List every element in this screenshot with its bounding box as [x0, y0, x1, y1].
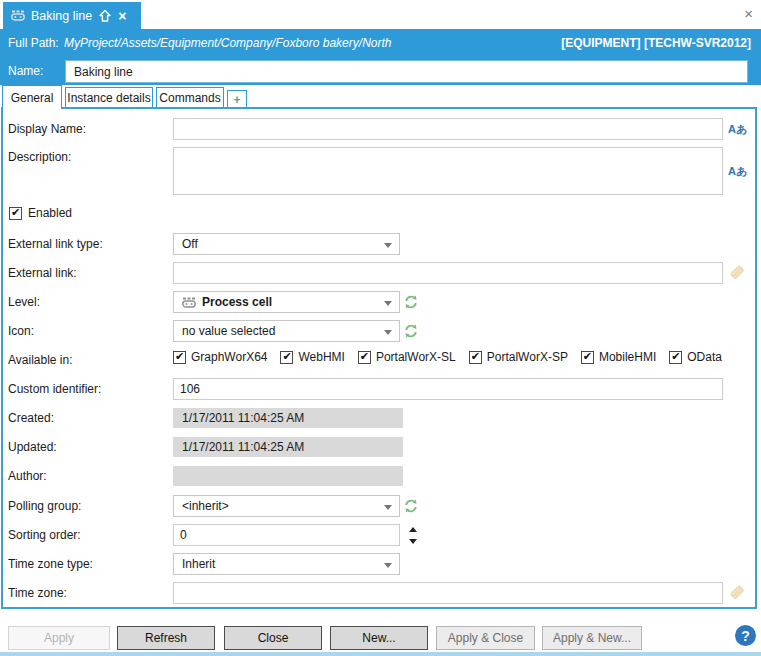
- localize-icon[interactable]: Aあ: [728, 122, 747, 137]
- created-value: 1/17/2011 11:04:25 AM: [173, 408, 403, 428]
- tab-add[interactable]: +: [227, 90, 247, 109]
- level-label: Level:: [8, 295, 40, 309]
- custom-identifier-input[interactable]: [173, 378, 723, 400]
- refresh-icon[interactable]: [403, 498, 419, 514]
- external-link-input[interactable]: [173, 262, 723, 284]
- polling-group-dropdown[interactable]: <inherit>: [173, 495, 400, 517]
- sorting-order-input[interactable]: [173, 524, 400, 546]
- icon-label: Icon:: [8, 324, 34, 338]
- availability-item: ✔ OData: [669, 350, 722, 364]
- tab-instance-details[interactable]: Instance details: [65, 87, 153, 109]
- enabled-label: Enabled: [28, 206, 72, 220]
- equipment-icon: [11, 10, 25, 21]
- dropdown-caret-icon: [384, 243, 392, 248]
- editor-tabstrip: General Instance details Commands +: [0, 85, 761, 109]
- refresh-icon[interactable]: [403, 323, 419, 339]
- polling-group-label: Polling group:: [8, 499, 81, 513]
- availability-item: ✔ PortalWorX-SL: [358, 350, 456, 364]
- document-tab-strip: Baking line × ×: [0, 0, 761, 29]
- created-label: Created:: [8, 411, 54, 425]
- tag-icon[interactable]: [728, 263, 746, 281]
- name-input[interactable]: [65, 60, 748, 83]
- updated-value: 1/17/2011 11:04:25 AM: [173, 437, 403, 457]
- available-in-label: Available in:: [8, 353, 73, 367]
- refresh-button[interactable]: Refresh: [117, 626, 215, 650]
- header-bar: Full Path: MyProject/Assets/Equipment/Co…: [0, 29, 761, 85]
- refresh-icon[interactable]: [403, 294, 419, 310]
- portalworx-sl-checkbox[interactable]: ✔: [358, 351, 371, 364]
- name-label: Name:: [8, 64, 43, 78]
- apply-close-button[interactable]: Apply & Close: [436, 626, 535, 650]
- localize-icon[interactable]: Aあ: [728, 164, 747, 179]
- external-link-label: External link:: [8, 266, 77, 280]
- dropdown-caret-icon: [384, 301, 392, 306]
- process-cell-icon: [182, 297, 196, 308]
- time-zone-type-dropdown[interactable]: Inherit: [173, 553, 400, 575]
- tab-general[interactable]: General: [2, 85, 62, 109]
- apply-new-button[interactable]: Apply & New...: [542, 626, 642, 650]
- description-label: Description:: [8, 150, 71, 164]
- updated-label: Updated:: [8, 440, 57, 454]
- time-zone-type-label: Time zone type:: [8, 557, 93, 571]
- document-tab-title: Baking line: [31, 9, 92, 23]
- webhmi-checkbox[interactable]: ✔: [280, 351, 293, 364]
- time-zone-input[interactable]: [173, 582, 723, 604]
- new-button[interactable]: New...: [330, 626, 428, 650]
- availability-item: ✔ PortalWorX-SP: [469, 350, 568, 364]
- spin-up-button[interactable]: [407, 524, 419, 534]
- dropdown-caret-icon: [384, 563, 392, 568]
- dropdown-caret-icon: [384, 505, 392, 510]
- odata-checkbox[interactable]: ✔: [669, 351, 682, 364]
- context-badges: [EQUIPMENT] [TECHW-SVR2012]: [561, 36, 751, 50]
- display-name-label: Display Name:: [8, 122, 86, 136]
- time-zone-label: Time zone:: [8, 586, 67, 600]
- author-label: Author:: [8, 469, 47, 483]
- description-input[interactable]: [173, 147, 723, 195]
- graphworx64-checkbox[interactable]: ✔: [173, 351, 186, 364]
- equipment-editor-window: Baking line × × Full Path: MyProject/Ass…: [0, 0, 761, 656]
- sorting-order-spinner: [407, 524, 419, 546]
- full-path-value: MyProject/Assets/Equipment/Company/Foxbo…: [64, 36, 391, 50]
- portalworx-sp-checkbox[interactable]: ✔: [469, 351, 482, 364]
- display-name-input[interactable]: [173, 118, 723, 140]
- dropdown-caret-icon: [384, 330, 392, 335]
- external-link-type-label: External link type:: [8, 237, 103, 251]
- enabled-checkbox[interactable]: ✔: [9, 207, 22, 220]
- close-button[interactable]: Close: [224, 626, 322, 650]
- available-in-group: ✔ GraphWorX64 ✔ WebHMI ✔ PortalWorX-SL ✔…: [173, 350, 722, 364]
- document-tab-baking-line[interactable]: Baking line ×: [3, 2, 141, 29]
- availability-item: ✔ MobileHMI: [581, 350, 656, 364]
- level-dropdown[interactable]: Process cell: [173, 291, 400, 313]
- tag-icon[interactable]: [728, 583, 746, 601]
- tab-commands[interactable]: Commands: [156, 87, 224, 109]
- mobilehmi-checkbox[interactable]: ✔: [581, 351, 594, 364]
- sorting-order-label: Sorting order:: [8, 528, 81, 542]
- help-icon[interactable]: ?: [735, 625, 756, 646]
- window-close-icon[interactable]: ×: [744, 6, 753, 21]
- apply-button[interactable]: Apply: [8, 626, 110, 650]
- spin-down-button[interactable]: [407, 536, 419, 546]
- full-path-label: Full Path:: [8, 36, 59, 50]
- availability-item: ✔ WebHMI: [280, 350, 344, 364]
- icon-dropdown[interactable]: no value selected: [173, 320, 400, 342]
- external-link-type-dropdown[interactable]: Off: [173, 233, 400, 255]
- availability-item: ✔ GraphWorX64: [173, 350, 267, 364]
- author-value: [173, 466, 403, 486]
- promote-arrow-icon[interactable]: [98, 9, 112, 23]
- enabled-checkbox-row: ✔ Enabled: [9, 206, 72, 220]
- custom-identifier-label: Custom identifier:: [8, 382, 101, 396]
- document-tab-close-icon[interactable]: ×: [118, 9, 126, 23]
